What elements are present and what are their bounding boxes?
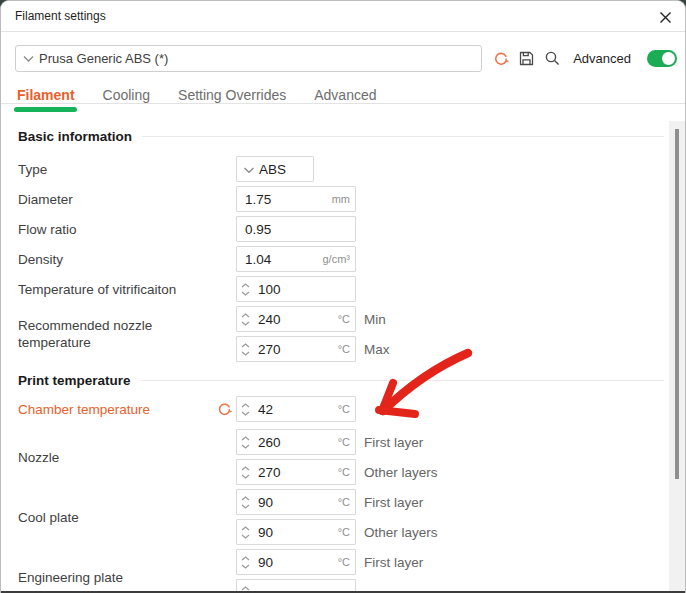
tab-cooling[interactable]: Cooling [103, 87, 150, 103]
unit-label: g/cm³ [323, 253, 351, 265]
undo-icon[interactable] [217, 402, 232, 417]
vertical-scrollbar[interactable] [669, 121, 685, 593]
setting-label: Nozzle [18, 449, 73, 466]
spinner [237, 550, 254, 574]
preset-combobox[interactable]: Prusa Generic ABS (*) [15, 45, 482, 72]
spinner [237, 430, 254, 454]
spin-down-button[interactable] [241, 564, 250, 569]
field-suffix: Other layers [364, 525, 438, 540]
unit-label: °C [338, 496, 350, 508]
section-basic-information: Basic information [18, 129, 664, 144]
title-bar: Filament settings [1, 1, 685, 32]
unit-label: °C [338, 526, 350, 538]
setting-label-modified: Chamber temperature [18, 401, 164, 418]
tab-advanced[interactable]: Advanced [314, 87, 376, 103]
setting-label: Engineering plate [18, 569, 137, 586]
tab-bar: Filament Cooling Setting Overrides Advan… [1, 87, 685, 104]
setting-row-recommended-nozzle-temperature: Recommended nozzle temperature °C Min [18, 306, 669, 362]
spin-up-button[interactable] [241, 436, 250, 441]
section-print-temperature: Print temperature [18, 373, 664, 388]
unit-label: °C [338, 313, 350, 325]
cool-plate-other-layers-field[interactable]: °C [236, 519, 356, 545]
spin-up-button[interactable] [241, 466, 250, 471]
spin-up-button[interactable] [241, 283, 250, 288]
density-input[interactable] [237, 252, 323, 267]
unit-label: °C [338, 436, 350, 448]
vitrification-temperature-input[interactable] [254, 282, 355, 297]
type-select[interactable]: ABS [236, 156, 314, 182]
spinner [237, 397, 254, 421]
flow-ratio-input[interactable] [237, 222, 355, 237]
field-suffix: Min [364, 312, 386, 327]
setting-row-type: Type ABS [18, 156, 669, 182]
type-value: ABS [259, 162, 286, 177]
diameter-field[interactable]: mm [236, 186, 356, 212]
spin-up-button[interactable] [241, 403, 250, 408]
tab-setting-overrides[interactable]: Setting Overrides [178, 87, 286, 103]
scrollbar-thumb[interactable] [675, 129, 679, 479]
close-icon[interactable] [655, 7, 675, 27]
engineering-plate-first-layer-field[interactable]: °C [236, 549, 356, 575]
density-field[interactable]: g/cm³ [236, 246, 356, 272]
spin-down-button[interactable] [241, 291, 250, 296]
unit-label: °C [338, 343, 350, 355]
setting-row-nozzle: Nozzle °C First layer [18, 429, 669, 485]
spin-up-button[interactable] [241, 556, 250, 561]
spin-down-button[interactable] [241, 504, 250, 509]
cool-plate-first-layer-input[interactable] [254, 495, 338, 510]
engineering-plate-first-layer-input[interactable] [254, 555, 338, 570]
tab-filament[interactable]: Filament [17, 87, 75, 103]
setting-row-chamber-temperature: Chamber temperature °C [18, 396, 669, 422]
nozzle-other-layers-field[interactable]: °C [236, 459, 356, 485]
spin-down-button[interactable] [241, 411, 250, 416]
spin-up-button[interactable] [241, 526, 250, 531]
recommended-nozzle-max-field[interactable]: °C [236, 336, 356, 362]
tab-label: Filament [17, 87, 75, 103]
spinner [237, 460, 254, 484]
save-preset-icon[interactable] [518, 50, 535, 67]
unit-label: °C [338, 403, 350, 415]
nozzle-other-layers-input[interactable] [254, 465, 338, 480]
setting-row-cool-plate: Cool plate °C First layer [18, 489, 669, 545]
unit-label: mm [332, 193, 350, 205]
cool-plate-first-layer-field[interactable]: °C [236, 489, 356, 515]
spin-down-button[interactable] [241, 321, 250, 326]
nozzle-first-layer-input[interactable] [254, 435, 338, 450]
spin-up-button[interactable] [241, 313, 250, 318]
diameter-input[interactable] [237, 192, 332, 207]
toggle-knob [661, 51, 676, 66]
spin-up-button[interactable] [241, 496, 250, 501]
preset-name: Prusa Generic ABS (*) [39, 51, 168, 66]
setting-label: Flow ratio [18, 221, 91, 238]
setting-label: Density [18, 251, 77, 268]
flow-ratio-field[interactable] [236, 216, 356, 242]
active-tab-underline [14, 107, 77, 112]
setting-label: Diameter [18, 191, 87, 208]
search-icon[interactable] [544, 50, 561, 67]
spin-down-button[interactable] [241, 534, 250, 539]
spin-down-button[interactable] [241, 474, 250, 479]
vitrification-temperature-field[interactable] [236, 276, 356, 302]
recommended-nozzle-max-input[interactable] [254, 342, 338, 357]
spinner [237, 490, 254, 514]
spin-down-button[interactable] [241, 444, 250, 449]
advanced-toggle[interactable] [647, 50, 677, 67]
cool-plate-other-layers-input[interactable] [254, 525, 338, 540]
recommended-nozzle-min-input[interactable] [254, 312, 338, 327]
spin-up-button[interactable] [241, 586, 250, 591]
revert-preset-icon[interactable] [492, 50, 509, 67]
spin-down-button[interactable] [241, 351, 250, 356]
setting-row-diameter: Diameter mm [18, 186, 669, 212]
settings-panel: Basic information Type ABS Diameter [1, 121, 669, 593]
chamber-temperature-input[interactable] [254, 402, 338, 417]
section-title: Print temperature [18, 373, 131, 388]
advanced-label: Advanced [573, 51, 631, 66]
nozzle-first-layer-field[interactable]: °C [236, 429, 356, 455]
setting-row-engineering-plate: Engineering plate °C First layer [18, 549, 669, 593]
chamber-temperature-field[interactable]: °C [236, 396, 356, 422]
recommended-nozzle-min-field[interactable]: °C [236, 306, 356, 332]
spin-up-button[interactable] [241, 343, 250, 348]
preset-bar: Prusa Generic ABS (*) [15, 45, 677, 72]
filament-settings-dialog: Filament settings Prusa Generic ABS (*) [0, 0, 686, 593]
setting-label: Type [18, 161, 61, 178]
